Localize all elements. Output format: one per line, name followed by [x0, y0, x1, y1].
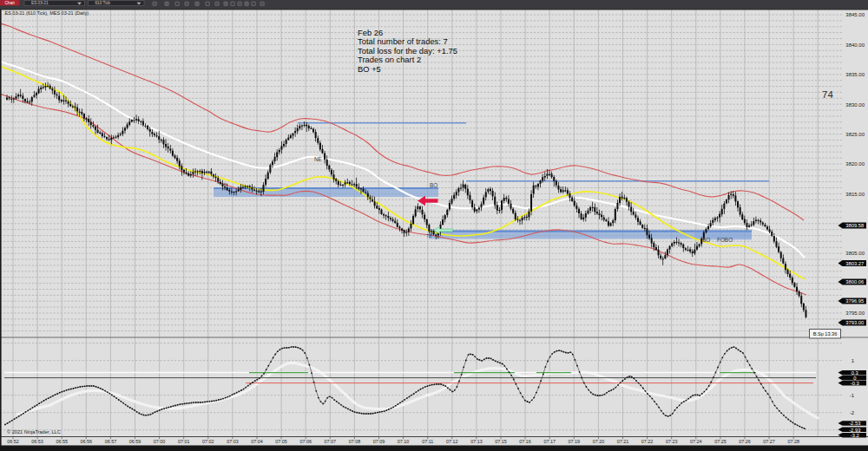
svg-text:Total number of trades: 7: Total number of trades: 7 — [358, 36, 448, 46]
svg-text:07:04: 07:04 — [251, 439, 263, 444]
svg-text:BO +5: BO +5 — [358, 64, 381, 74]
svg-text:-2.93: -2.93 — [849, 428, 860, 433]
svg-text:BO: BO — [430, 182, 437, 188]
svg-text:06:52: 06:52 — [7, 439, 19, 444]
svg-text:07:02: 07:02 — [202, 439, 214, 444]
svg-text:06:53: 06:53 — [31, 439, 43, 444]
svg-text:07:23: 07:23 — [666, 439, 678, 444]
svg-text:B.Sp 13.36: B.Sp 13.36 — [813, 331, 838, 337]
svg-text:07:10: 07:10 — [398, 439, 410, 444]
svg-text:3809.58: 3809.58 — [845, 223, 864, 228]
svg-text:07:21: 07:21 — [617, 439, 629, 444]
svg-text:Feb 26: Feb 26 — [358, 28, 383, 37]
svg-text:Total loss for the day: +1.75: Total loss for the day: +1.75 — [358, 46, 457, 56]
svg-text:-0.3: -0.3 — [851, 381, 859, 386]
svg-text:3825.00: 3825.00 — [845, 132, 865, 137]
svg-text:07:24: 07:24 — [690, 439, 702, 444]
svg-text:07:09: 07:09 — [373, 439, 385, 444]
svg-text:74: 74 — [822, 89, 833, 100]
svg-text:07:08: 07:08 — [349, 439, 361, 444]
svg-text:07:12: 07:12 — [446, 439, 458, 444]
svg-text:3830.00: 3830.00 — [845, 102, 865, 108]
svg-text:07:05: 07:05 — [275, 439, 287, 444]
svg-text:3803.27: 3803.27 — [845, 261, 864, 266]
svg-text:Trades on chart 2: Trades on chart 2 — [358, 55, 421, 64]
svg-text:07:00: 07:00 — [154, 439, 166, 444]
svg-text:ES 03-21 (610 Tick), MES 03-21: ES 03-21 (610 Tick), MES 03-21 (Daily) — [5, 10, 89, 16]
svg-text:07:11: 07:11 — [422, 439, 433, 444]
svg-text:ES 03-21: ES 03-21 — [31, 1, 49, 5]
svg-text:07:17: 07:17 — [543, 439, 556, 444]
svg-text:3800.06: 3800.06 — [845, 279, 864, 284]
svg-text:© 2021 NinjaTrader, LLC: © 2021 NinjaTrader, LLC — [7, 429, 61, 435]
svg-text:06:56: 06:56 — [81, 439, 93, 444]
svg-text:06:55: 06:55 — [56, 439, 68, 444]
svg-text:610 Tick: 610 Tick — [95, 1, 111, 5]
svg-text:-2: -2 — [850, 410, 855, 415]
svg-text:07:03: 07:03 — [227, 439, 239, 444]
svg-text:-3.2: -3.2 — [851, 433, 859, 438]
svg-text:3820.00: 3820.00 — [845, 161, 865, 167]
svg-text:-1: -1 — [850, 393, 855, 398]
svg-text:FOBO: FOBO — [717, 237, 733, 243]
svg-text:07:01: 07:01 — [178, 439, 190, 444]
svg-text:07:16: 07:16 — [519, 439, 531, 444]
svg-text:3805.00: 3805.00 — [845, 251, 865, 256]
svg-text:07:22: 07:22 — [641, 439, 654, 444]
svg-text:07:25: 07:25 — [714, 439, 727, 444]
svg-text:NE: NE — [314, 156, 322, 162]
svg-text:3795.00: 3795.00 — [845, 310, 865, 316]
svg-text:07:26: 07:26 — [739, 439, 751, 444]
svg-text:07:28: 07:28 — [787, 439, 799, 444]
svg-text:3793.00: 3793.00 — [845, 320, 864, 325]
svg-text:07:06: 07:06 — [299, 439, 312, 444]
svg-text:TB: TB — [426, 233, 432, 239]
svg-text:07:19: 07:19 — [569, 439, 581, 444]
svg-text:3815.00: 3815.00 — [845, 192, 865, 197]
svg-text:07:13: 07:13 — [470, 439, 483, 444]
svg-text:3845.00: 3845.00 — [845, 12, 865, 17]
svg-text:06:57: 06:57 — [105, 439, 117, 444]
svg-text:Chart: Chart — [4, 1, 15, 5]
svg-text:06:59: 06:59 — [129, 439, 141, 444]
svg-text:BO: BO — [702, 237, 710, 243]
svg-text:07:20: 07:20 — [593, 439, 605, 444]
svg-text:07:27: 07:27 — [763, 439, 775, 444]
svg-text:07:07: 07:07 — [325, 439, 337, 444]
svg-text:3796.95: 3796.95 — [845, 298, 864, 304]
svg-text:3835.00: 3835.00 — [845, 72, 865, 77]
svg-text:-2.53: -2.53 — [849, 421, 860, 426]
svg-text:3840.00: 3840.00 — [845, 42, 865, 48]
svg-text:07:15: 07:15 — [495, 439, 507, 444]
